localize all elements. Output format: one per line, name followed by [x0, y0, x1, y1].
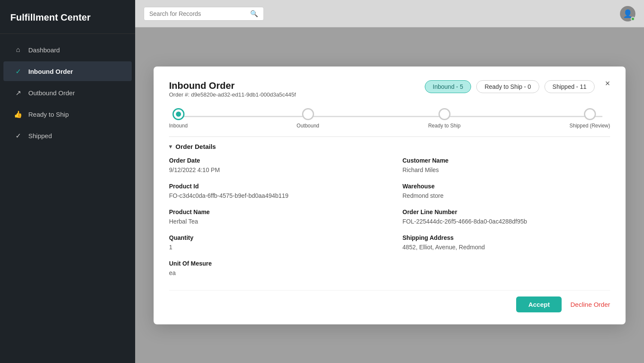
label-product-name: Product Name — [169, 209, 377, 215]
step-circle-ready-to-ship — [438, 108, 450, 120]
details-right-column: Customer Name Richard Miles Warehouse Re… — [402, 157, 610, 286]
sidebar-item-label-dashboard: Dashboard — [28, 46, 60, 54]
order-id-value: d9e5820e-ad32-ed11-9db1-000d3a5c445f — [191, 91, 296, 98]
value-product-name: Herbal Tea — [169, 218, 377, 225]
sidebar-item-ready-to-ship[interactable]: 👍 Ready to Ship — [3, 104, 132, 124]
section-header: ▾ Order Details — [169, 136, 610, 150]
order-id-label: Order #: — [169, 91, 190, 98]
modal-title: Inbound Order — [169, 80, 296, 91]
label-customer-name: Customer Name — [402, 157, 610, 164]
search-icon: 🔍 — [250, 10, 258, 18]
step-inbound: Inbound — [169, 108, 187, 129]
field-order-date: Order Date 9/12/2022 4:10 PM — [169, 157, 377, 173]
modal-overlay: Inbound Order Order #: d9e5820e-ad32-ed1… — [135, 27, 644, 363]
search-box[interactable]: 🔍 — [144, 7, 264, 21]
badge-inbound[interactable]: Inbound - 5 — [425, 80, 472, 93]
step-label-shipped-review: Shipped (Review) — [569, 123, 610, 129]
sidebar-item-inbound-order[interactable]: ✓ Inbound Order — [3, 61, 132, 81]
field-warehouse: Warehouse Redmond store — [402, 183, 610, 199]
decline-button[interactable]: Decline Order — [570, 301, 610, 308]
avatar[interactable]: 👤 — [620, 6, 635, 21]
close-button[interactable]: × — [605, 79, 610, 88]
value-product-id: FO-c3d4c0da-6ffb-4575-b9ef-bd0aa494b119 — [169, 192, 377, 199]
search-input[interactable] — [149, 10, 247, 17]
step-circle-outbound — [302, 108, 314, 120]
main-area: 🔍 👤 Inbound Order Order #: d9e5820e-ad32… — [135, 0, 644, 363]
modal: Inbound Order Order #: d9e5820e-ad32-ed1… — [154, 67, 626, 324]
field-quantity: Quantity 1 — [169, 234, 377, 251]
label-unit-of-measure: Unit Of Mesure — [169, 260, 377, 267]
status-dot — [631, 17, 635, 21]
topbar: 🔍 👤 — [135, 0, 644, 27]
content-area: Inbound Order Order #: d9e5820e-ad32-ed1… — [135, 27, 644, 363]
label-order-line-number: Order Line Number — [402, 209, 610, 215]
step-shipped-review: Shipped (Review) — [569, 108, 610, 129]
step-circle-shipped-review — [584, 108, 596, 120]
value-shipping-address: 4852, Elliot, Avenue, Redmond — [402, 244, 610, 251]
progress-stepper: Inbound Outbound Ready to Ship S — [169, 108, 610, 129]
sidebar: Fulfillment Center ⌂ Dashboard ✓ Inbound… — [0, 0, 135, 363]
app-title: Fulfillment Center — [0, 0, 135, 34]
section-title: Order Details — [175, 143, 216, 150]
chevron-down-icon: ▾ — [169, 143, 172, 150]
modal-title-block: Inbound Order Order #: d9e5820e-ad32-ed1… — [169, 80, 296, 105]
badge-shipped[interactable]: Shipped - 11 — [544, 80, 595, 93]
field-unit-of-measure: Unit Of Mesure ea — [169, 260, 377, 276]
accept-button[interactable]: Accept — [516, 296, 562, 312]
field-product-name: Product Name Herbal Tea — [169, 209, 377, 225]
value-unit-of-measure: ea — [169, 269, 377, 276]
field-shipping-address: Shipping Address 4852, Elliot, Avenue, R… — [402, 234, 610, 251]
sidebar-item-shipped[interactable]: ✓ Shipped — [3, 126, 132, 145]
label-shipping-address: Shipping Address — [402, 234, 610, 241]
field-product-id: Product Id FO-c3d4c0da-6ffb-4575-b9ef-bd… — [169, 183, 377, 199]
field-order-line-number: Order Line Number FOL-225444dc-26f5-4666… — [402, 209, 610, 225]
sidebar-item-outbound-order[interactable]: ↗ Outbound Order — [3, 83, 132, 103]
value-customer-name: Richard Miles — [402, 166, 610, 173]
details-left-column: Order Date 9/12/2022 4:10 PM Product Id … — [169, 157, 377, 286]
label-order-date: Order Date — [169, 157, 377, 164]
modal-footer: Accept Decline Order — [169, 290, 610, 312]
details-grid: Order Date 9/12/2022 4:10 PM Product Id … — [169, 157, 610, 286]
step-label-inbound: Inbound — [169, 123, 187, 129]
home-icon: ⌂ — [14, 45, 22, 54]
label-quantity: Quantity — [169, 234, 377, 241]
value-warehouse: Redmond store — [402, 192, 610, 199]
avatar-icon: 👤 — [623, 9, 632, 18]
sidebar-item-label-outbound-order: Outbound Order — [28, 89, 75, 97]
step-circle-inbound — [172, 108, 184, 120]
step-outbound: Outbound — [296, 108, 319, 129]
sidebar-item-dashboard[interactable]: ⌂ Dashboard — [3, 40, 132, 60]
ready-to-ship-icon: 👍 — [14, 110, 22, 118]
outbound-order-icon: ↗ — [14, 88, 22, 97]
step-label-ready-to-ship: Ready to Ship — [428, 123, 460, 129]
sidebar-item-label-ready-to-ship: Ready to Ship — [28, 111, 69, 118]
inbound-order-icon: ✓ — [14, 67, 22, 76]
sidebar-item-label-inbound-order: Inbound Order — [28, 68, 73, 75]
label-warehouse: Warehouse — [402, 183, 610, 190]
field-customer-name: Customer Name Richard Miles — [402, 157, 610, 173]
step-ready-to-ship: Ready to Ship — [428, 108, 460, 129]
label-product-id: Product Id — [169, 183, 377, 190]
shipped-icon: ✓ — [14, 131, 22, 140]
modal-order-id: Order #: d9e5820e-ad32-ed11-9db1-000d3a5… — [169, 91, 296, 98]
value-order-date: 9/12/2022 4:10 PM — [169, 166, 377, 173]
value-quantity: 1 — [169, 244, 377, 251]
badge-ready-to-ship[interactable]: Ready to Ship - 0 — [476, 80, 539, 93]
stepper-steps: Inbound Outbound Ready to Ship S — [169, 108, 610, 129]
sidebar-item-label-shipped: Shipped — [28, 132, 52, 139]
sidebar-nav: ⌂ Dashboard ✓ Inbound Order ↗ Outbound O… — [0, 39, 135, 146]
step-label-outbound: Outbound — [296, 123, 319, 129]
value-order-line-number: FOL-225444dc-26f5-4666-8da0-0ac4288df95b — [402, 218, 610, 225]
status-badges: Inbound - 5 Ready to Ship - 0 Shipped - … — [425, 80, 595, 93]
